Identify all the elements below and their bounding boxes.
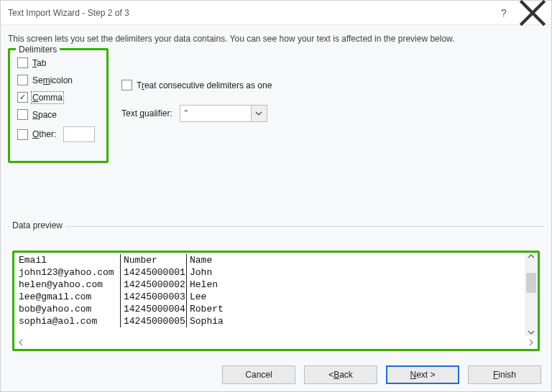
table-row: bob@yahoo.com 14245000004 Robert [19,303,520,315]
delimiter-tab-label: Tab [32,58,46,68]
chevron-right-icon [528,339,535,346]
header-email: Email [19,254,121,266]
chevron-left-icon [17,339,24,346]
scrollbar-thumb[interactable] [526,273,536,293]
delimiter-space-checkbox[interactable] [17,109,28,120]
delimiter-comma-checkbox[interactable]: ✓ [17,92,28,103]
table-row: lee@gmail.com 14245000003 Lee [19,291,520,303]
dialog-title: Text Import Wizard - Step 2 of 3 [8,8,489,18]
delimiters-group: Delimiters Tab Semicolon ✓ Comma Space [8,48,109,163]
delimiter-other-input[interactable] [63,126,95,142]
chevron-up-icon [528,253,535,260]
back-button[interactable]: < Back [304,365,377,384]
delimiter-comma-row[interactable]: ✓ Comma [17,92,102,103]
header-number: Number [121,254,187,266]
horizontal-scrollbar[interactable] [14,336,538,349]
treat-consecutive-row[interactable]: Treat consecutive delimiters as one [121,80,272,90]
text-qualifier-value[interactable]: " [180,105,252,122]
close-icon [518,0,547,27]
table-row: sophia@aol.com 14245000005 Sophia [19,315,520,327]
delimiter-space-label: Space [32,110,57,120]
vertical-scrollbar[interactable] [525,253,538,336]
scroll-right-button[interactable] [528,339,535,346]
delimiter-other-label: Other: [32,129,56,139]
delimiter-other-row[interactable]: Other: [17,126,102,142]
finish-button[interactable]: Finish [468,365,541,384]
delimiters-legend: Delimiters [16,45,60,55]
treat-consecutive-checkbox[interactable] [121,80,132,90]
table-row: helen@yahoo.com 14245000002 Helen [19,279,520,291]
header-name: Name [187,254,212,266]
scroll-left-button[interactable] [17,339,24,346]
text-import-wizard-dialog: Text Import Wizard - Step 2 of 3 ? This … [0,0,552,392]
step-description: This screen lets you set the delimiters … [1,25,551,48]
chevron-down-icon [528,329,535,336]
scroll-up-button[interactable] [528,253,535,260]
title-bar: Text Import Wizard - Step 2 of 3 ? [1,1,551,25]
delimiter-semicolon-label: Semicolon [32,75,73,85]
data-preview-legend: Data preview [9,220,65,230]
data-preview-grid: Email Number Name john123@yahoo.com 1424… [14,253,525,336]
data-preview-box: Email Number Name john123@yahoo.com 1424… [12,251,540,351]
delimiter-space-row[interactable]: Space [17,109,102,120]
help-button[interactable]: ? [489,3,518,23]
delimiter-semicolon-row[interactable]: Semicolon [17,75,102,85]
delimiter-tab-checkbox[interactable] [17,57,28,68]
text-qualifier-row: Text qualifier: " [121,105,272,122]
scroll-down-button[interactable] [528,329,535,336]
delimiter-tab-row[interactable]: Tab [17,57,102,68]
close-button[interactable] [518,3,547,23]
text-qualifier-combo[interactable]: " [180,105,267,122]
delimiter-other-checkbox[interactable] [17,129,28,140]
next-button[interactable]: Next > [386,365,459,384]
additional-options: Treat consecutive delimiters as one Text… [121,80,272,122]
delimiter-comma-label: Comma [32,93,63,103]
button-bar: Cancel < Back Next > Finish [222,365,541,384]
table-header-row: Email Number Name [19,254,520,266]
treat-consecutive-label: Treat consecutive delimiters as one [137,80,272,90]
main-area: Delimiters Tab Semicolon ✓ Comma Space [1,48,551,51]
text-qualifier-label: Text qualifier: [121,108,172,118]
check-icon: ✓ [19,93,26,101]
delimiter-semicolon-checkbox[interactable] [17,75,28,85]
text-qualifier-dropdown-button[interactable] [252,105,267,122]
cancel-button[interactable]: Cancel [222,365,295,384]
chevron-down-icon [255,110,262,117]
table-row: john123@yahoo.com 14245000001 John [19,266,520,279]
